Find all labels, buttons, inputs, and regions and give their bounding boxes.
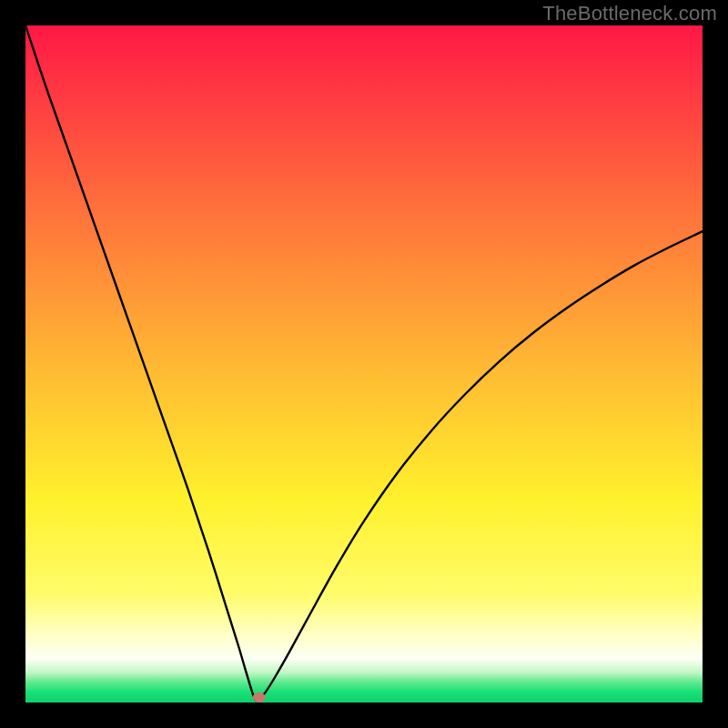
- plot-area: [25, 25, 703, 703]
- watermark-text: TheBottleneck.com: [542, 2, 717, 25]
- chart-frame: TheBottleneck.com: [0, 0, 728, 728]
- chart-svg: [25, 25, 703, 703]
- minimum-marker: [253, 693, 266, 703]
- gradient-background: [25, 25, 703, 703]
